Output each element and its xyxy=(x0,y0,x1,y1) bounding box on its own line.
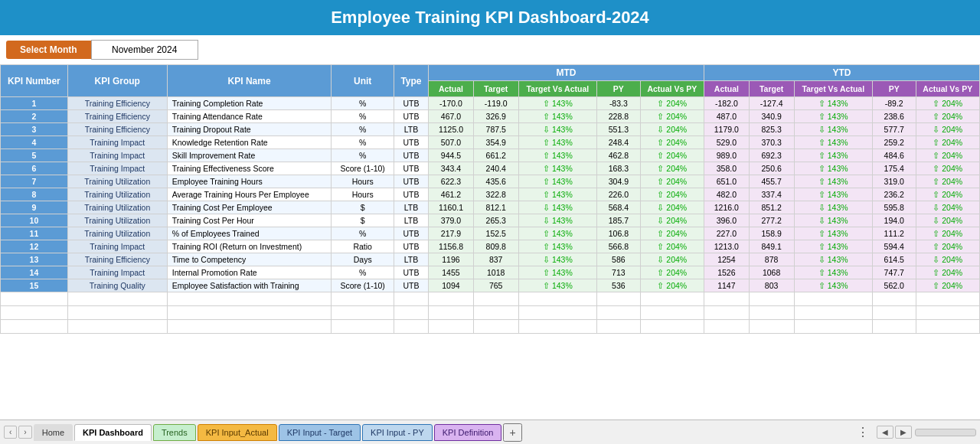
cell-empty xyxy=(429,306,474,320)
cell-empty xyxy=(1,306,68,320)
cell-kpi-num: 8 xyxy=(1,188,68,201)
cell-kpi-name: % of Employees Trained xyxy=(167,227,332,240)
table-row: 2 Training Efficiency Training Attendanc… xyxy=(1,110,980,123)
cell-ytd-avspy: ⇧ 204% xyxy=(916,279,980,292)
th-ytd-tva: Target Vs Actual xyxy=(794,81,873,97)
kpi-table: KPI Number KPI Group KPI Name Unit Type … xyxy=(0,64,980,334)
cell-kpi-num: 11 xyxy=(1,227,68,240)
cell-mtd-tva: ⇧ 143% xyxy=(518,110,597,123)
cell-kpi-num: 10 xyxy=(1,214,68,227)
th-mtd-py: PY xyxy=(597,81,641,97)
cell-empty xyxy=(167,292,332,306)
tab-trends[interactable]: Trends xyxy=(153,424,196,441)
cell-mtd-target: 1018 xyxy=(473,266,518,279)
cell-mtd-actual: -170.0 xyxy=(429,97,474,110)
tab-more-icon[interactable]: ⋮ xyxy=(852,423,874,441)
th-type: Type xyxy=(394,65,428,97)
cell-mtd-actual: 1125.0 xyxy=(429,123,474,136)
th-unit: Unit xyxy=(332,65,394,97)
cell-type: UTB xyxy=(394,175,428,188)
cell-mtd-target: 661.2 xyxy=(473,149,518,162)
cell-empty xyxy=(473,306,518,320)
select-month-button[interactable]: Select Month xyxy=(6,41,91,59)
cell-mtd-actual: 343.4 xyxy=(429,162,474,175)
tab-kpi-dashboard[interactable]: KPI Dashboard xyxy=(74,424,152,441)
cell-ytd-actual: 487.0 xyxy=(704,110,749,123)
cell-mtd-avspy: ⇧ 204% xyxy=(640,227,704,240)
cell-ytd-actual: 358.0 xyxy=(704,162,749,175)
cell-mtd-py: 185.7 xyxy=(597,214,641,227)
table-row: 7 Training Utilization Employee Training… xyxy=(1,175,980,188)
cell-mtd-py: 713 xyxy=(597,266,641,279)
cell-type: UTB xyxy=(394,136,428,149)
cell-mtd-avspy: ⇩ 204% xyxy=(640,123,704,136)
scrollbar[interactable] xyxy=(915,429,976,436)
cell-ytd-target: 803 xyxy=(749,279,794,292)
th-mtd: MTD xyxy=(429,65,704,81)
th-ytd-py: PY xyxy=(873,81,916,97)
cell-empty xyxy=(429,320,474,334)
cell-mtd-avspy: ⇩ 204% xyxy=(640,201,704,214)
cell-mtd-target: 322.8 xyxy=(473,188,518,201)
tab-nav-next[interactable]: › xyxy=(18,426,31,439)
month-display[interactable]: November 2024 xyxy=(91,40,198,60)
cell-mtd-avspy: ⇧ 204% xyxy=(640,266,704,279)
cell-kpi-group: Training Utilization xyxy=(67,227,167,240)
cell-unit: % xyxy=(332,136,394,149)
cell-kpi-group: Training Efficiency xyxy=(67,123,167,136)
cell-mtd-avspy: ⇧ 204% xyxy=(640,162,704,175)
cell-empty xyxy=(873,306,916,320)
cell-kpi-group: Training Efficiency xyxy=(67,97,167,110)
th-mtd-actual: Actual xyxy=(429,81,474,97)
cell-ytd-py: 259.2 xyxy=(873,136,916,149)
cell-kpi-name: Training Dropout Rate xyxy=(167,123,332,136)
cell-empty xyxy=(640,306,704,320)
cell-empty xyxy=(704,306,749,320)
tab-kpi-input-actual[interactable]: KPI Input_Actual xyxy=(198,424,277,441)
cell-unit: % xyxy=(332,227,394,240)
cell-unit: % xyxy=(332,149,394,162)
cell-mtd-avspy: ⇧ 204% xyxy=(640,136,704,149)
cell-empty xyxy=(518,306,597,320)
header-title: Employee Training KPI Dashboard-2024 xyxy=(331,8,649,27)
cell-type: UTB xyxy=(394,279,428,292)
cell-ytd-actual: 1254 xyxy=(704,253,749,266)
cell-ytd-tva: ⇧ 143% xyxy=(794,279,873,292)
cell-empty xyxy=(749,306,794,320)
cell-kpi-num: 7 xyxy=(1,175,68,188)
tab-kpi-input-target[interactable]: KPI Input - Target xyxy=(279,424,361,441)
header: Employee Training KPI Dashboard-2024 xyxy=(0,0,980,35)
cell-unit: Score (1-10) xyxy=(332,162,394,175)
month-row: Select Month November 2024 xyxy=(0,35,980,64)
table-row: 6 Training Impact Training Effectiveness… xyxy=(1,162,980,175)
cell-mtd-py: 228.8 xyxy=(597,110,641,123)
cell-unit: % xyxy=(332,110,394,123)
cell-type: UTB xyxy=(394,240,428,253)
tab-kpi-input-py[interactable]: KPI Input - PY xyxy=(362,424,433,441)
cell-ytd-py: 562.0 xyxy=(873,279,916,292)
cell-ytd-avspy: ⇩ 204% xyxy=(916,214,980,227)
cell-mtd-tva: ⇧ 143% xyxy=(518,162,597,175)
cell-ytd-avspy: ⇧ 204% xyxy=(916,149,980,162)
scrollbar-right-icon[interactable]: ▶ xyxy=(895,426,912,439)
cell-ytd-target: 851.2 xyxy=(749,201,794,214)
cell-mtd-tva: ⇧ 143% xyxy=(518,149,597,162)
bottom-bar: ‹ › Home KPI Dashboard Trends KPI Input_… xyxy=(0,420,980,444)
cell-mtd-actual: 461.2 xyxy=(429,188,474,201)
cell-empty xyxy=(794,320,873,334)
scrollbar-left-icon[interactable]: ◀ xyxy=(877,426,893,439)
table-row: 8 Training Utilization Average Training … xyxy=(1,188,980,201)
th-ytd-actual: Actual xyxy=(704,81,749,97)
tab-home[interactable]: Home xyxy=(34,424,73,441)
tab-nav-prev[interactable]: ‹ xyxy=(4,426,17,439)
cell-kpi-num: 1 xyxy=(1,97,68,110)
tab-add-button[interactable]: + xyxy=(503,423,521,442)
cell-kpi-group: Training Impact xyxy=(67,240,167,253)
cell-mtd-tva: ⇧ 143% xyxy=(518,240,597,253)
cell-unit: $ xyxy=(332,214,394,227)
cell-ytd-actual: 396.0 xyxy=(704,214,749,227)
cell-ytd-avspy: ⇧ 204% xyxy=(916,97,980,110)
th-kpi-group: KPI Group xyxy=(67,65,167,97)
tab-kpi-definition[interactable]: KPI Definition xyxy=(434,424,502,441)
cell-mtd-tva: ⇧ 143% xyxy=(518,188,597,201)
